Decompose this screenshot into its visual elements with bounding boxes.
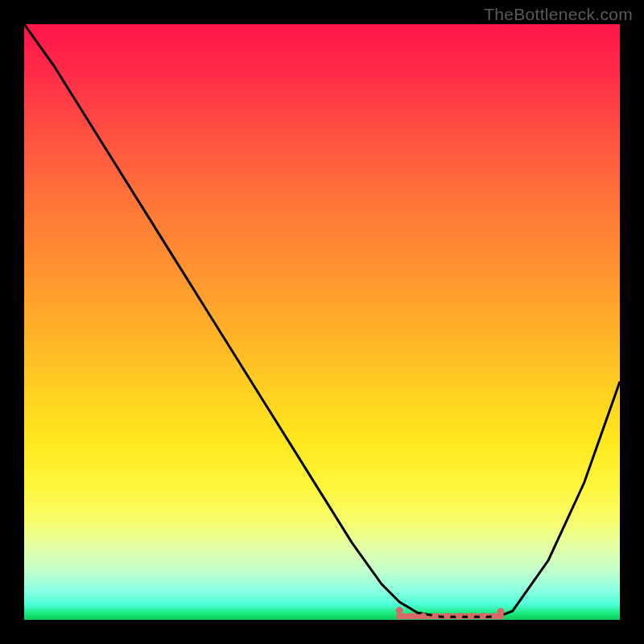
- svg-point-9: [491, 613, 497, 619]
- chart-plot-area: [24, 24, 620, 620]
- svg-point-8: [480, 613, 486, 619]
- watermark-text: TheBottleneck.com: [484, 5, 633, 24]
- svg-point-12: [497, 608, 505, 615]
- svg-point-4: [431, 613, 438, 619]
- svg-point-5: [444, 613, 450, 619]
- chart-curve: [24, 24, 620, 617]
- svg-point-2: [408, 613, 415, 619]
- chart-svg: [24, 24, 620, 620]
- svg-point-6: [456, 613, 462, 619]
- svg-point-7: [468, 613, 474, 619]
- svg-point-11: [396, 607, 403, 614]
- svg-point-3: [420, 613, 427, 619]
